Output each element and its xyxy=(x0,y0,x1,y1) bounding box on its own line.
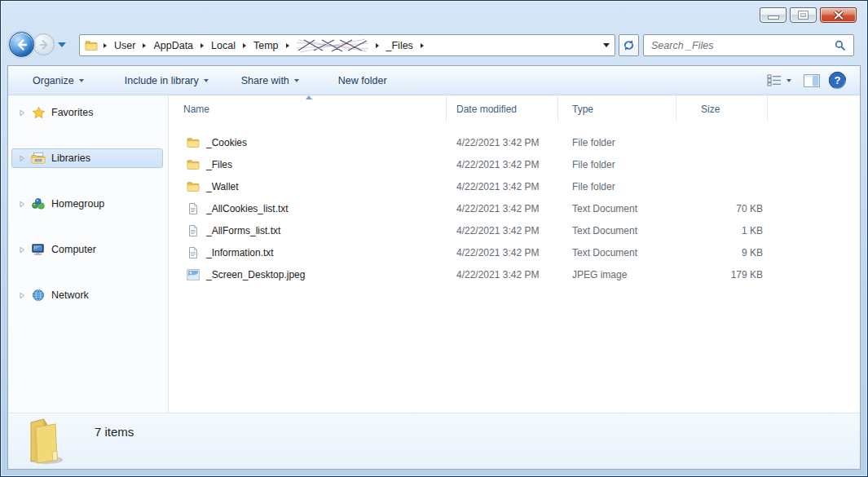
file-type: Text Document xyxy=(558,247,676,258)
client-area: Organize Include in library Share with N… xyxy=(7,65,861,470)
library-icon xyxy=(31,152,46,165)
sidebar-item-computer[interactable]: Computer xyxy=(11,240,163,259)
file-size: 179 KB xyxy=(676,269,768,280)
maximize-button[interactable] xyxy=(790,7,817,23)
details-pane: 7 items xyxy=(8,413,860,469)
breadcrumb-separator-icon xyxy=(286,43,289,48)
file-row[interactable]: _AllCookies_list.txt4/22/2021 3:42 PMTex… xyxy=(169,197,860,219)
organize-button[interactable]: Organize xyxy=(26,72,90,90)
sidebar-item-libraries[interactable]: Libraries xyxy=(11,148,163,168)
folder-icon xyxy=(187,158,200,170)
file-row[interactable]: _Files4/22/2021 3:42 PMFile folder xyxy=(169,153,860,175)
search-input[interactable] xyxy=(651,40,835,51)
expand-arrow-icon[interactable] xyxy=(19,155,25,162)
column-label-type: Type xyxy=(572,104,593,115)
refresh-button[interactable] xyxy=(619,34,639,56)
close-button[interactable] xyxy=(820,7,857,23)
breadcrumb-segment[interactable]: Local xyxy=(209,39,237,52)
breadcrumb-segment[interactable]: _Files xyxy=(385,39,415,52)
file-row[interactable]: _Screen_Desktop.jpeg4/22/2021 3:42 PMJPE… xyxy=(169,263,860,285)
file-size: 70 KB xyxy=(676,203,768,214)
sidebar-item-homegroup[interactable]: Homegroup xyxy=(11,194,163,214)
file-type: Text Document xyxy=(558,203,676,214)
star-icon xyxy=(31,106,46,120)
folder-icon xyxy=(187,136,200,148)
redacted-scribble xyxy=(297,38,368,54)
sidebar-item-label: Computer xyxy=(51,244,96,255)
sidebar-item-label: Favorites xyxy=(51,107,93,118)
network-icon xyxy=(31,289,46,302)
file-size: 1 KB xyxy=(676,225,768,236)
maximize-icon xyxy=(799,11,808,19)
command-bar: Organize Include in library Share with N… xyxy=(8,66,860,95)
change-view-button[interactable] xyxy=(763,71,795,90)
breadcrumb-separator-icon xyxy=(376,43,379,48)
preview-pane-button[interactable] xyxy=(804,74,820,87)
column-header-type[interactable]: Type xyxy=(558,95,676,122)
text-document-icon xyxy=(187,224,200,237)
breadcrumb-separator-icon xyxy=(200,43,204,48)
sidebar-item-label: Libraries xyxy=(51,152,90,164)
item-count: 7 items xyxy=(95,425,134,439)
expand-arrow-icon[interactable] xyxy=(19,246,25,254)
new-folder-button[interactable]: New folder xyxy=(332,72,394,90)
breadcrumb-segment[interactable]: Temp xyxy=(252,39,280,52)
folder-icon xyxy=(187,180,200,192)
sidebar-item-network[interactable]: Network xyxy=(11,285,163,305)
column-headers: Name Date modified Type Size xyxy=(169,95,860,122)
breadcrumb-segment[interactable]: AppData xyxy=(152,39,195,52)
column-header-name[interactable]: Name xyxy=(169,95,447,122)
breadcrumb-segment[interactable]: User xyxy=(112,39,137,52)
include-in-library-button[interactable]: Include in library xyxy=(118,72,215,90)
file-name: _Wallet xyxy=(206,181,239,192)
toolbar-right: ? xyxy=(763,71,860,90)
help-button[interactable]: ? xyxy=(828,71,847,90)
file-row[interactable]: _AllForms_list.txt4/22/2021 3:42 PMText … xyxy=(169,219,860,241)
image-file-icon xyxy=(187,269,200,280)
address-dropdown-icon[interactable] xyxy=(603,43,610,47)
file-type: Text Document xyxy=(558,225,676,236)
preview-pane-icon xyxy=(804,74,820,87)
search-icon[interactable] xyxy=(835,40,846,51)
breadcrumb[interactable]: UserAppDataLocalTemp_Files xyxy=(79,34,615,56)
text-document-icon xyxy=(187,202,200,215)
file-row[interactable]: _Wallet4/22/2021 3:42 PMFile folder xyxy=(169,175,860,197)
file-name: _Screen_Desktop.jpeg xyxy=(206,269,305,280)
forward-button[interactable] xyxy=(33,33,55,55)
file-name: _Information.txt xyxy=(206,247,274,258)
chevron-down-icon xyxy=(786,79,791,82)
column-header-filler xyxy=(768,95,860,122)
file-type: File folder xyxy=(558,137,676,148)
homegroup-icon xyxy=(31,197,46,210)
recent-pages-dropdown[interactable] xyxy=(58,42,66,47)
file-row[interactable]: _Information.txt4/22/2021 3:42 PMText Do… xyxy=(169,241,860,263)
file-name: _Files xyxy=(206,159,232,170)
column-label-name: Name xyxy=(183,104,209,115)
forward-arrow-icon xyxy=(38,39,50,51)
column-header-date-modified[interactable]: Date modified xyxy=(447,95,558,122)
minimize-button[interactable] xyxy=(760,7,786,23)
sort-ascending-icon xyxy=(306,95,312,99)
address-folder-icon xyxy=(85,39,98,51)
expand-arrow-icon[interactable] xyxy=(19,292,25,299)
search-box xyxy=(643,34,854,56)
share-with-button[interactable]: Share with xyxy=(235,72,306,90)
file-date-modified: 4/22/2021 3:42 PM xyxy=(447,203,558,214)
file-date-modified: 4/22/2021 3:42 PM xyxy=(447,159,558,170)
include-in-library-label: Include in library xyxy=(125,75,199,86)
navigation-pane: FavoritesLibrariesHomegroupComputerNetwo… xyxy=(8,95,169,413)
new-folder-label: New folder xyxy=(338,75,387,86)
file-date-modified: 4/22/2021 3:42 PM xyxy=(447,137,558,148)
back-arrow-icon xyxy=(15,38,29,51)
address-row: UserAppDataLocalTemp_Files xyxy=(1,33,867,58)
file-row[interactable]: _Cookies4/22/2021 3:42 PMFile folder xyxy=(169,131,860,153)
file-rows: _Cookies4/22/2021 3:42 PMFile folder_Fil… xyxy=(169,122,860,285)
column-label-date-modified: Date modified xyxy=(456,104,517,115)
breadcrumb-separator-icon xyxy=(243,43,246,48)
expand-arrow-icon[interactable] xyxy=(19,109,25,117)
column-header-size[interactable]: Size xyxy=(676,95,768,122)
file-list: Name Date modified Type Size _Cookies4/2… xyxy=(169,95,860,413)
back-button[interactable] xyxy=(9,32,34,57)
expand-arrow-icon[interactable] xyxy=(19,201,25,208)
sidebar-item-favorites[interactable]: Favorites xyxy=(11,103,163,122)
